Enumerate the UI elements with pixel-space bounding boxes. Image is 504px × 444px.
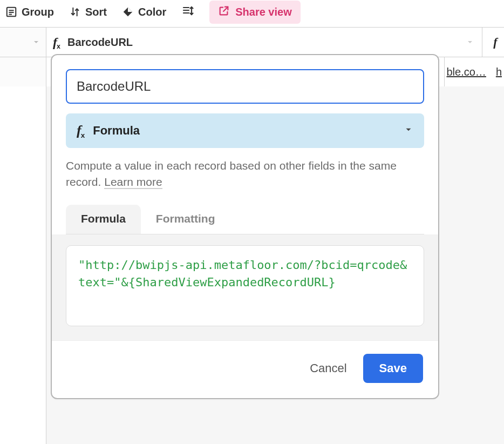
formula-fx-icon: fx xyxy=(77,123,85,139)
share-view-button[interactable]: Share view xyxy=(209,1,301,24)
field-config-tabs: Formula Formatting xyxy=(66,205,424,234)
formula-fx-icon: f xyxy=(493,35,497,49)
sort-button[interactable]: Sort xyxy=(69,6,107,18)
chevron-down-icon xyxy=(404,125,413,137)
next-column-header[interactable]: f xyxy=(482,28,504,57)
column-header-barcodeurl[interactable]: fx BarcodeURL xyxy=(46,28,482,57)
field-type-label: Formula xyxy=(93,124,140,138)
field-type-help: Compute a value in each record based on … xyxy=(66,158,424,191)
share-view-label: Share view xyxy=(235,6,292,18)
row-height-icon xyxy=(181,4,194,19)
row-cell-url-truncated[interactable]: ble.co… xyxy=(447,66,486,78)
column-headers: fx BarcodeURL f xyxy=(0,27,504,57)
sort-label: Sort xyxy=(85,6,107,18)
popover-footer: Cancel Save xyxy=(52,340,438,398)
group-button[interactable]: Group xyxy=(5,6,54,18)
color-icon xyxy=(122,6,134,18)
cancel-button[interactable]: Cancel xyxy=(305,356,351,381)
sort-icon xyxy=(69,6,81,18)
save-button[interactable]: Save xyxy=(363,354,423,383)
column-title: BarcodeURL xyxy=(67,36,133,49)
grid-gutter xyxy=(0,86,46,444)
share-icon xyxy=(218,5,230,19)
tab-formula[interactable]: Formula xyxy=(66,205,141,234)
view-toolbar: Group Sort Color xyxy=(0,0,504,24)
prev-column-header[interactable] xyxy=(0,28,46,57)
chevron-down-icon[interactable] xyxy=(466,38,474,46)
chevron-down-icon[interactable] xyxy=(32,38,40,46)
tab-formatting[interactable]: Formatting xyxy=(141,205,230,234)
row-cell-next-fragment[interactable]: h xyxy=(496,66,502,78)
row-height-button[interactable] xyxy=(181,4,194,19)
group-label: Group xyxy=(22,6,54,18)
formula-editor-area: "http://bwipjs-api.metafloor.com/?bcid=q… xyxy=(52,234,438,340)
learn-more-link[interactable]: Learn more xyxy=(104,176,162,189)
group-icon xyxy=(5,6,17,18)
formula-fx-icon: fx xyxy=(53,35,61,50)
formula-editor[interactable]: "http://bwipjs-api.metafloor.com/?bcid=q… xyxy=(66,245,424,326)
field-type-select[interactable]: fx Formula xyxy=(66,113,424,148)
field-name-input[interactable] xyxy=(66,69,424,104)
field-config-popover: fx Formula Compute a value in each recor… xyxy=(51,54,439,399)
color-button[interactable]: Color xyxy=(122,6,166,18)
row-cell-prev[interactable] xyxy=(0,57,46,87)
color-label: Color xyxy=(138,6,166,18)
